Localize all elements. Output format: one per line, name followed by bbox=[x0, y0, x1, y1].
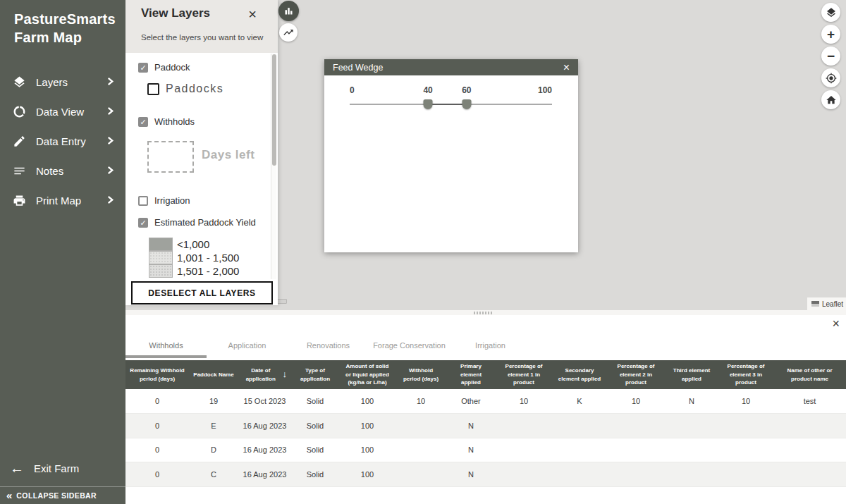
checkbox-label: Paddocks bbox=[166, 82, 223, 95]
sidebar-item-label: Data View bbox=[36, 106, 106, 118]
minus-icon: − bbox=[827, 49, 835, 63]
cell bbox=[718, 462, 773, 487]
locate-button[interactable] bbox=[821, 68, 840, 87]
sidebar-item-notes[interactable]: Notes bbox=[0, 156, 125, 185]
pencil-icon bbox=[11, 133, 27, 149]
table-row: 0 C 16 Aug 2023 Solid 100 N bbox=[125, 462, 846, 487]
chevron-right-icon bbox=[106, 105, 114, 118]
column-header-date: Date of application↓ bbox=[238, 360, 291, 389]
cell bbox=[773, 462, 846, 487]
arrow-left-icon: ← bbox=[10, 461, 25, 475]
checkbox-estimated-yield[interactable]: ✓ bbox=[138, 218, 148, 228]
cell: 100 bbox=[339, 462, 396, 487]
cell: 10 bbox=[496, 389, 552, 414]
yield-legend-label: <1,000 bbox=[177, 238, 209, 250]
deselect-all-layers-button[interactable]: DESELECT ALL LAYERS bbox=[131, 281, 273, 305]
cell: 16 Aug 2023 bbox=[238, 414, 291, 438]
yield-legend-label: 1,001 - 1,500 bbox=[177, 252, 239, 264]
checkbox-paddock[interactable]: ✓ bbox=[138, 63, 148, 73]
bar-chart-button[interactable] bbox=[278, 1, 299, 21]
cell bbox=[718, 438, 773, 462]
tab-renovations[interactable]: Renovations bbox=[288, 332, 369, 358]
cell bbox=[552, 438, 607, 462]
double-chevron-left-icon: « bbox=[6, 491, 12, 500]
sidebar-item-data-view[interactable]: Data View bbox=[0, 97, 125, 126]
layer-row-paddock: ✓ Paddock bbox=[138, 62, 190, 73]
yield-legend-row: <1,000 bbox=[149, 238, 239, 251]
checkbox-withholds[interactable]: ✓ bbox=[138, 117, 148, 127]
close-icon[interactable]: × bbox=[563, 62, 570, 73]
zoom-out-button[interactable]: − bbox=[821, 47, 840, 66]
table-row: 0 E 16 Aug 2023 Solid 100 N bbox=[125, 414, 846, 438]
cell: 10 bbox=[607, 389, 665, 414]
collapse-sidebar-button[interactable]: « COLLAPSE SIDEBAR bbox=[0, 486, 125, 504]
close-icon[interactable]: × bbox=[832, 316, 840, 331]
yield-swatch bbox=[149, 251, 173, 264]
cell: Solid bbox=[291, 462, 339, 487]
cell: N bbox=[446, 462, 496, 487]
feed-wedge-header: Feed Wedge × bbox=[324, 59, 578, 75]
sidebar-item-layers[interactable]: Layers bbox=[0, 67, 125, 97]
exit-farm-label: Exit Farm bbox=[34, 462, 79, 474]
layer-row-irrigation: Irrigation bbox=[138, 195, 190, 206]
tab-forage-conservation[interactable]: Forage Conservation bbox=[369, 332, 450, 358]
panel-divider bbox=[125, 310, 846, 315]
drag-handle[interactable] bbox=[474, 312, 494, 314]
cell: C bbox=[189, 462, 238, 487]
zoom-in-button[interactable]: + bbox=[821, 25, 840, 44]
slider-handle-upper[interactable] bbox=[462, 99, 471, 109]
attribution-text[interactable]: Leaflet bbox=[822, 300, 843, 308]
cell: 15 Oct 2023 bbox=[238, 389, 291, 414]
withholds-legend-text: Days left bbox=[202, 148, 255, 162]
withholds-table: Remaining Withhold period (days) Paddock… bbox=[125, 360, 846, 487]
withholds-legend-swatch bbox=[147, 141, 194, 173]
panel-scrollbar bbox=[271, 54, 276, 279]
sidebar-item-label: Data Entry bbox=[36, 135, 106, 147]
cell: test bbox=[773, 389, 846, 414]
sidebar-item-data-entry[interactable]: Data Entry bbox=[0, 126, 125, 156]
cell: D bbox=[189, 438, 238, 462]
plus-icon: + bbox=[827, 27, 835, 41]
column-header: Percentage of element 2 in product bbox=[607, 360, 665, 389]
column-header: Name of other or product name bbox=[773, 360, 846, 389]
slider-handle1-label: 40 bbox=[423, 85, 432, 95]
column-header: Primary element applied bbox=[446, 360, 496, 389]
layer-row-estimated-yield: ✓ Estimated Paddock Yield bbox=[138, 217, 256, 228]
cell: 19 bbox=[189, 389, 238, 414]
tab-application[interactable]: Application bbox=[207, 332, 288, 358]
yield-legend-label: 1,501 - 2,000 bbox=[177, 265, 239, 277]
sort-descending-icon[interactable]: ↓ bbox=[283, 368, 288, 381]
map-layers-button[interactable] bbox=[821, 3, 840, 22]
column-header: Remaining Withhold period (days) bbox=[125, 360, 189, 389]
cell bbox=[396, 438, 446, 462]
tab-withholds[interactable]: Withholds bbox=[125, 332, 207, 358]
cell: K bbox=[552, 389, 607, 414]
slider-handle2-label: 60 bbox=[462, 85, 471, 95]
checkbox-label: Withholds bbox=[154, 116, 195, 127]
cell: 100 bbox=[339, 414, 396, 438]
layers-icon bbox=[826, 7, 837, 18]
app-root: Leaflet PastureSmarts Farm Map Layers Da… bbox=[0, 0, 846, 504]
cell bbox=[665, 438, 718, 462]
exit-farm-button[interactable]: ← Exit Farm bbox=[0, 455, 125, 481]
cell: 100 bbox=[339, 438, 396, 462]
dialog-title: Feed Wedge bbox=[333, 63, 563, 73]
close-icon[interactable]: × bbox=[248, 6, 257, 22]
checkbox-irrigation[interactable] bbox=[138, 196, 148, 206]
home-icon bbox=[826, 94, 837, 106]
sidebar-item-print-map[interactable]: Print Map bbox=[0, 185, 125, 215]
yield-swatch bbox=[149, 264, 173, 278]
home-button[interactable] bbox=[821, 90, 840, 109]
cell bbox=[552, 414, 607, 438]
scrollbar-thumb[interactable] bbox=[272, 54, 276, 166]
tab-irrigation[interactable]: Irrigation bbox=[450, 332, 531, 358]
slider-handle-lower[interactable] bbox=[424, 99, 433, 109]
trend-chart-button[interactable] bbox=[279, 23, 298, 42]
cell: 16 Aug 2023 bbox=[238, 462, 291, 487]
cell bbox=[496, 414, 552, 438]
column-header: Withhold period (days) bbox=[396, 360, 446, 389]
chevron-right-icon bbox=[106, 75, 114, 88]
printer-icon bbox=[11, 192, 27, 208]
resize-grip[interactable] bbox=[277, 299, 287, 304]
checkbox-paddocks[interactable] bbox=[147, 83, 159, 95]
